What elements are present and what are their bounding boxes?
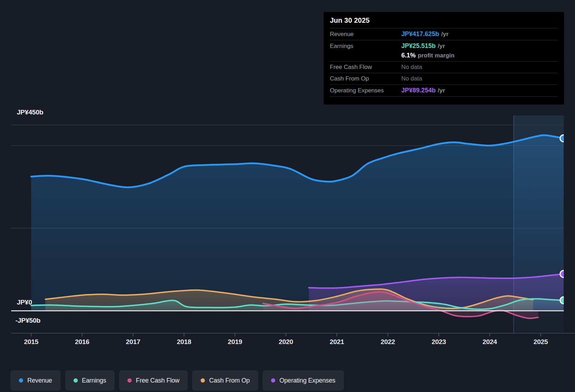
page-root: JP¥450b JP¥0 -JP¥50b 2015201620172018201… [0,0,575,392]
x-axis-label-2018: 2018 [177,338,191,346]
legend-item-cash-from-op[interactable]: Cash From Op [192,370,258,391]
tooltip-row-profit-margin: 6.1% profit margin [330,52,558,61]
tooltip-earnings-unit: /yr [438,43,445,50]
legend-label-free-cash-flow: Free Cash Flow [136,377,179,384]
earnings-legend-dot-icon [74,378,78,383]
free-cash-flow-legend-dot-icon [127,378,132,383]
tooltip-revenue-label: Revenue [330,31,401,38]
tooltip-margin-value: 6.1% [401,52,416,59]
tooltip-margin-label: profit margin [418,52,455,59]
x-axis-label-2017: 2017 [126,338,140,346]
x-axis-label-2024: 2024 [483,338,497,346]
tooltip-date: Jun 30 2025 [330,12,558,28]
tooltip-revenue-unit: /yr [441,31,449,38]
legend-label-cash-from-op: Cash From Op [209,377,250,384]
tooltip-opex-value: JP¥89.254b [401,87,436,94]
legend-label-revenue: Revenue [27,377,52,384]
tooltip-row-operating-expenses: Operating Expenses JP¥89.254b /yr [330,84,558,97]
tooltip-row-revenue: Revenue JP¥417.625b /yr [330,28,558,40]
legend: Revenue Earnings Free Cash Flow Cash Fro… [11,370,344,391]
tooltip-earnings-label: Earnings [330,43,401,50]
x-axis-label-2021: 2021 [330,338,344,346]
legend-item-earnings[interactable]: Earnings [65,370,115,391]
earnings-end-marker [560,297,567,304]
legend-label-operating-expenses: Operating Expenses [279,377,335,384]
x-axis-label-2022: 2022 [381,338,395,346]
tooltip-fcf-value: No data [401,64,422,71]
legend-item-operating-expenses[interactable]: Operating Expenses [263,370,344,391]
y-axis-label-450b: JP¥450b [17,108,43,116]
tooltip: Jun 30 2025 Revenue JP¥417.625b /yr Earn… [323,12,564,105]
legend-item-free-cash-flow[interactable]: Free Cash Flow [119,370,188,391]
x-axis-label-2023: 2023 [431,338,446,346]
operating-expenses-legend-dot-icon [271,378,275,383]
x-axis: 2015201620172018201920202021202220232024… [0,338,575,349]
tooltip-cashop-value: No data [401,75,422,82]
tooltip-row-earnings: Earnings JP¥25.515b /yr [330,40,558,52]
tooltip-row-cash-from-op: Cash From Op No data [330,73,558,84]
x-axis-label-2019: 2019 [228,338,242,346]
legend-item-revenue[interactable]: Revenue [11,370,61,391]
y-axis-label-neg50b: -JP¥50b [15,317,40,324]
tooltip-revenue-value: JP¥417.625b [401,30,439,38]
tooltip-opex-unit: /yr [438,87,445,94]
x-axis-label-2020: 2020 [279,338,293,346]
x-axis-label-2025: 2025 [533,338,548,346]
tooltip-opex-label: Operating Expenses [330,87,401,94]
y-axis-label-0: JP¥0 [17,299,32,306]
revenue-end-marker [560,135,567,142]
x-axis-label-2016: 2016 [75,338,89,346]
tooltip-row-free-cash-flow: Free Cash Flow No data [330,61,558,73]
tooltip-fcf-label: Free Cash Flow [330,64,401,71]
x-axis-label-2015: 2015 [24,338,38,346]
tooltip-earnings-value: JP¥25.515b [401,42,436,50]
revenue-legend-dot-icon [19,378,23,383]
opex-end-marker [560,271,567,278]
legend-label-earnings: Earnings [82,377,106,384]
cash-from-op-legend-dot-icon [201,378,205,383]
tooltip-cashop-label: Cash From Op [330,75,401,82]
